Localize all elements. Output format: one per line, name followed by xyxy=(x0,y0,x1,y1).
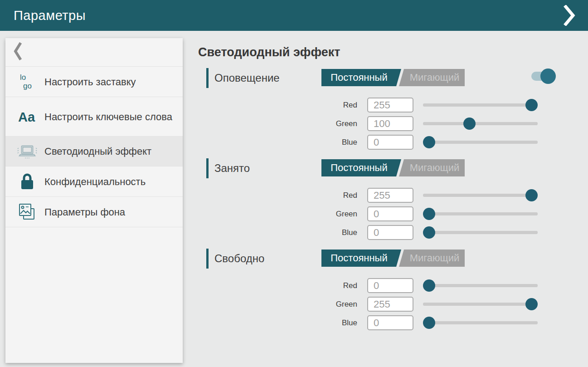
svg-text:lo: lo xyxy=(20,73,26,82)
section-header: Оповещение Постоянный Мигающий xyxy=(198,68,588,88)
sidebar-item-label: Параметры фона xyxy=(44,206,125,218)
sidebar-item-splash-screen[interactable]: lo go Настроить заставку xyxy=(5,67,183,97)
mode-segmented-control: Постоянный Мигающий xyxy=(321,69,465,86)
mode-solid-button[interactable]: Постоянный xyxy=(321,250,401,267)
red-row: Red xyxy=(198,278,588,293)
sidebar-item-label: Светодиодный эффект xyxy=(44,145,151,157)
slider-thumb[interactable] xyxy=(463,117,476,130)
red-slider[interactable] xyxy=(423,98,538,113)
rgb-rows: Red Green Blue xyxy=(198,278,588,330)
slider-track xyxy=(423,212,538,215)
red-input[interactable] xyxy=(367,278,413,293)
mode-blinking-button[interactable]: Мигающий xyxy=(399,69,465,86)
section-accent-bar xyxy=(206,68,209,88)
section-busy: Занято Постоянный Мигающий Red Green xyxy=(198,158,588,240)
mode-segmented-control: Постоянный Мигающий xyxy=(321,250,465,267)
red-input[interactable] xyxy=(367,188,413,203)
red-slider[interactable] xyxy=(423,278,538,293)
green-row: Green xyxy=(198,297,588,312)
mode-blinking-button[interactable]: Мигающий xyxy=(399,159,465,176)
section-title: Занято xyxy=(214,162,250,175)
green-slider[interactable] xyxy=(423,116,538,131)
blue-row: Blue xyxy=(198,135,588,150)
green-label: Green xyxy=(198,300,357,309)
slider-track xyxy=(423,231,538,234)
blue-label: Blue xyxy=(198,138,357,147)
lock-icon xyxy=(16,172,38,191)
sidebar-item-led-effect[interactable]: Светодиодный эффект xyxy=(5,137,183,166)
red-slider[interactable] xyxy=(423,188,538,203)
settings-page: lo go Настроить заставку Aa Настроить кл… xyxy=(0,31,588,367)
slider-thumb[interactable] xyxy=(423,208,435,220)
blue-slider[interactable] xyxy=(423,315,538,330)
blue-input[interactable] xyxy=(367,315,413,330)
sidebar-item-label: Настроить заставку xyxy=(44,76,136,88)
blue-slider[interactable] xyxy=(423,135,538,150)
mode-solid-button[interactable]: Постоянный xyxy=(321,159,401,176)
page-title: Светодиодный эффект xyxy=(198,45,588,59)
blue-row: Blue xyxy=(198,315,588,330)
slider-thumb[interactable] xyxy=(423,226,435,239)
blue-input[interactable] xyxy=(367,135,413,150)
section-title: Оповещение xyxy=(214,72,280,84)
slider-thumb[interactable] xyxy=(423,317,435,329)
blue-row: Blue xyxy=(198,225,588,240)
slider-track xyxy=(423,122,538,125)
sidebar-item-keywords[interactable]: Aa Настроить ключевые слова xyxy=(5,97,183,137)
slider-track xyxy=(423,103,538,107)
led-effect-panel: Светодиодный эффект Оповещение Постоянны… xyxy=(198,31,588,367)
images-icon xyxy=(16,202,38,222)
slider-track xyxy=(423,141,538,144)
blue-label: Blue xyxy=(198,318,357,328)
mode-blinking-button[interactable]: Мигающий xyxy=(399,250,465,267)
green-input[interactable] xyxy=(367,297,413,312)
keywords-icon: Aa xyxy=(16,108,38,125)
slider-track xyxy=(423,303,538,306)
green-label: Green xyxy=(198,119,357,128)
alert-toggle-switch[interactable] xyxy=(531,69,556,84)
sidebar-item-background[interactable]: Параметры фона xyxy=(5,197,183,227)
section-accent-bar xyxy=(206,249,209,269)
red-row: Red xyxy=(198,188,588,203)
mode-segmented-control: Постоянный Мигающий xyxy=(321,159,465,176)
blue-input[interactable] xyxy=(367,225,413,240)
section-title: Свободно xyxy=(214,252,264,265)
red-input[interactable] xyxy=(367,98,413,113)
slider-thumb[interactable] xyxy=(525,189,538,201)
svg-text:go: go xyxy=(23,82,32,90)
sidebar-item-label: Конфиденциальность xyxy=(44,176,146,188)
sidebar-item-label: Настроить ключевые слова xyxy=(44,111,172,123)
sidebar-item-privacy[interactable]: Конфиденциальность xyxy=(5,166,183,197)
section-free: Свободно Постоянный Мигающий Red Green xyxy=(198,248,588,330)
green-row: Green xyxy=(198,116,588,131)
svg-text:Aa: Aa xyxy=(18,110,35,124)
slider-track xyxy=(423,194,538,197)
toggle-knob xyxy=(540,69,556,84)
green-label: Green xyxy=(198,210,357,219)
red-row: Red xyxy=(198,98,588,113)
slider-track xyxy=(423,284,538,287)
red-label: Red xyxy=(198,191,357,200)
blue-slider[interactable] xyxy=(423,225,538,240)
green-row: Green xyxy=(198,206,588,221)
slider-thumb[interactable] xyxy=(423,136,435,148)
section-alert: Оповещение Постоянный Мигающий Red xyxy=(198,68,588,150)
logo-icon: lo go xyxy=(16,72,38,92)
green-slider[interactable] xyxy=(423,206,538,221)
green-slider[interactable] xyxy=(423,297,538,312)
section-accent-bar xyxy=(206,158,209,178)
red-label: Red xyxy=(198,281,357,290)
green-input[interactable] xyxy=(367,206,413,221)
slider-thumb[interactable] xyxy=(423,279,435,292)
chevron-right-icon[interactable] xyxy=(562,5,577,26)
slider-thumb[interactable] xyxy=(525,99,538,111)
green-input[interactable] xyxy=(367,116,413,131)
app-title: Параметры xyxy=(14,8,86,23)
rgb-rows: Red Green Blue xyxy=(198,98,588,150)
slider-thumb[interactable] xyxy=(525,298,538,310)
title-bar: Параметры xyxy=(0,0,588,31)
sidebar: lo go Настроить заставку Aa Настроить кл… xyxy=(5,38,183,363)
mode-solid-button[interactable]: Постоянный xyxy=(321,69,401,86)
section-header: Свободно Постоянный Мигающий xyxy=(198,248,588,269)
sidebar-back-button[interactable] xyxy=(5,38,183,67)
